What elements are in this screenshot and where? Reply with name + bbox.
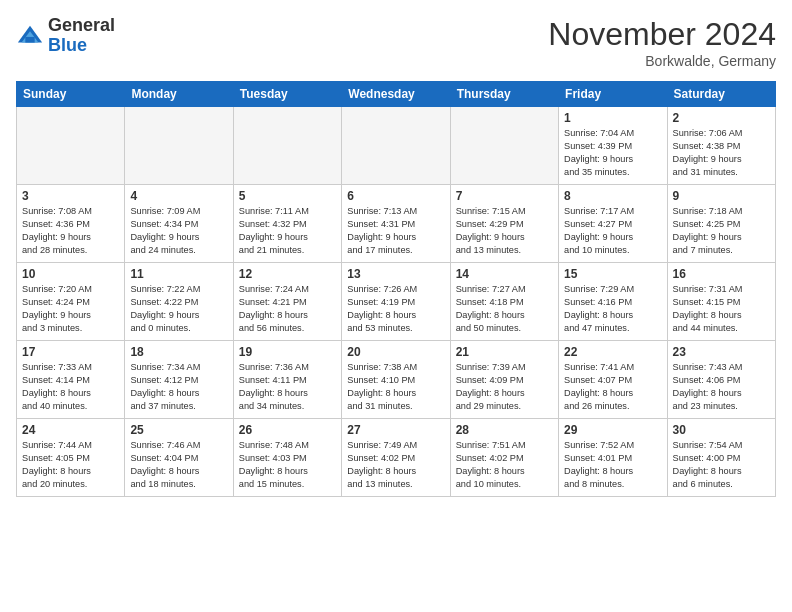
day-info: Sunrise: 7:11 AM Sunset: 4:32 PM Dayligh… [239,205,336,257]
day-number: 1 [564,111,661,125]
logo-general-text: General [48,15,115,35]
day-info: Sunrise: 7:34 AM Sunset: 4:12 PM Dayligh… [130,361,227,413]
day-number: 20 [347,345,444,359]
day-info: Sunrise: 7:39 AM Sunset: 4:09 PM Dayligh… [456,361,553,413]
calendar-week-1: 3Sunrise: 7:08 AM Sunset: 4:36 PM Daylig… [17,185,776,263]
calendar-cell: 10Sunrise: 7:20 AM Sunset: 4:24 PM Dayli… [17,263,125,341]
day-number: 14 [456,267,553,281]
calendar-cell: 16Sunrise: 7:31 AM Sunset: 4:15 PM Dayli… [667,263,775,341]
calendar-cell: 29Sunrise: 7:52 AM Sunset: 4:01 PM Dayli… [559,419,667,497]
day-number: 8 [564,189,661,203]
logo-icon [16,22,44,50]
calendar-cell: 30Sunrise: 7:54 AM Sunset: 4:00 PM Dayli… [667,419,775,497]
day-number: 2 [673,111,770,125]
col-sunday: Sunday [17,82,125,107]
calendar-cell: 8Sunrise: 7:17 AM Sunset: 4:27 PM Daylig… [559,185,667,263]
day-number: 27 [347,423,444,437]
day-info: Sunrise: 7:51 AM Sunset: 4:02 PM Dayligh… [456,439,553,491]
calendar-cell: 1Sunrise: 7:04 AM Sunset: 4:39 PM Daylig… [559,107,667,185]
day-number: 26 [239,423,336,437]
day-number: 30 [673,423,770,437]
day-info: Sunrise: 7:43 AM Sunset: 4:06 PM Dayligh… [673,361,770,413]
calendar-cell: 7Sunrise: 7:15 AM Sunset: 4:29 PM Daylig… [450,185,558,263]
calendar-cell: 23Sunrise: 7:43 AM Sunset: 4:06 PM Dayli… [667,341,775,419]
day-info: Sunrise: 7:04 AM Sunset: 4:39 PM Dayligh… [564,127,661,179]
calendar-week-2: 10Sunrise: 7:20 AM Sunset: 4:24 PM Dayli… [17,263,776,341]
day-info: Sunrise: 7:31 AM Sunset: 4:15 PM Dayligh… [673,283,770,335]
calendar-cell [450,107,558,185]
col-tuesday: Tuesday [233,82,341,107]
calendar-cell: 11Sunrise: 7:22 AM Sunset: 4:22 PM Dayli… [125,263,233,341]
calendar-cell: 13Sunrise: 7:26 AM Sunset: 4:19 PM Dayli… [342,263,450,341]
col-thursday: Thursday [450,82,558,107]
calendar-cell: 14Sunrise: 7:27 AM Sunset: 4:18 PM Dayli… [450,263,558,341]
day-info: Sunrise: 7:15 AM Sunset: 4:29 PM Dayligh… [456,205,553,257]
calendar-cell [342,107,450,185]
day-number: 12 [239,267,336,281]
day-number: 17 [22,345,119,359]
header: General Blue November 2024 Borkwalde, Ge… [16,16,776,69]
day-number: 16 [673,267,770,281]
day-number: 19 [239,345,336,359]
day-number: 4 [130,189,227,203]
header-row: Sunday Monday Tuesday Wednesday Thursday… [17,82,776,107]
day-info: Sunrise: 7:20 AM Sunset: 4:24 PM Dayligh… [22,283,119,335]
day-info: Sunrise: 7:46 AM Sunset: 4:04 PM Dayligh… [130,439,227,491]
calendar-cell: 19Sunrise: 7:36 AM Sunset: 4:11 PM Dayli… [233,341,341,419]
day-number: 28 [456,423,553,437]
day-number: 7 [456,189,553,203]
calendar-week-4: 24Sunrise: 7:44 AM Sunset: 4:05 PM Dayli… [17,419,776,497]
day-number: 22 [564,345,661,359]
day-number: 13 [347,267,444,281]
calendar-cell: 5Sunrise: 7:11 AM Sunset: 4:32 PM Daylig… [233,185,341,263]
logo-blue-text: Blue [48,35,87,55]
calendar-cell: 17Sunrise: 7:33 AM Sunset: 4:14 PM Dayli… [17,341,125,419]
calendar-cell: 18Sunrise: 7:34 AM Sunset: 4:12 PM Dayli… [125,341,233,419]
calendar-cell: 27Sunrise: 7:49 AM Sunset: 4:02 PM Dayli… [342,419,450,497]
calendar-cell: 20Sunrise: 7:38 AM Sunset: 4:10 PM Dayli… [342,341,450,419]
calendar-cell [233,107,341,185]
calendar-cell: 22Sunrise: 7:41 AM Sunset: 4:07 PM Dayli… [559,341,667,419]
day-number: 25 [130,423,227,437]
day-number: 24 [22,423,119,437]
day-number: 15 [564,267,661,281]
day-info: Sunrise: 7:48 AM Sunset: 4:03 PM Dayligh… [239,439,336,491]
calendar-table: Sunday Monday Tuesday Wednesday Thursday… [16,81,776,497]
day-info: Sunrise: 7:29 AM Sunset: 4:16 PM Dayligh… [564,283,661,335]
day-number: 18 [130,345,227,359]
day-info: Sunrise: 7:08 AM Sunset: 4:36 PM Dayligh… [22,205,119,257]
day-info: Sunrise: 7:33 AM Sunset: 4:14 PM Dayligh… [22,361,119,413]
day-info: Sunrise: 7:26 AM Sunset: 4:19 PM Dayligh… [347,283,444,335]
col-saturday: Saturday [667,82,775,107]
day-info: Sunrise: 7:36 AM Sunset: 4:11 PM Dayligh… [239,361,336,413]
day-info: Sunrise: 7:54 AM Sunset: 4:00 PM Dayligh… [673,439,770,491]
day-number: 29 [564,423,661,437]
calendar-week-0: 1Sunrise: 7:04 AM Sunset: 4:39 PM Daylig… [17,107,776,185]
calendar-cell: 15Sunrise: 7:29 AM Sunset: 4:16 PM Dayli… [559,263,667,341]
day-info: Sunrise: 7:27 AM Sunset: 4:18 PM Dayligh… [456,283,553,335]
day-number: 6 [347,189,444,203]
day-number: 9 [673,189,770,203]
calendar-cell: 4Sunrise: 7:09 AM Sunset: 4:34 PM Daylig… [125,185,233,263]
day-info: Sunrise: 7:06 AM Sunset: 4:38 PM Dayligh… [673,127,770,179]
col-wednesday: Wednesday [342,82,450,107]
calendar-cell: 9Sunrise: 7:18 AM Sunset: 4:25 PM Daylig… [667,185,775,263]
location: Borkwalde, Germany [548,53,776,69]
col-monday: Monday [125,82,233,107]
day-number: 23 [673,345,770,359]
page-container: General Blue November 2024 Borkwalde, Ge… [0,0,792,505]
calendar-cell: 21Sunrise: 7:39 AM Sunset: 4:09 PM Dayli… [450,341,558,419]
title-block: November 2024 Borkwalde, Germany [548,16,776,69]
calendar-cell: 3Sunrise: 7:08 AM Sunset: 4:36 PM Daylig… [17,185,125,263]
day-info: Sunrise: 7:09 AM Sunset: 4:34 PM Dayligh… [130,205,227,257]
day-info: Sunrise: 7:22 AM Sunset: 4:22 PM Dayligh… [130,283,227,335]
day-number: 5 [239,189,336,203]
day-info: Sunrise: 7:41 AM Sunset: 4:07 PM Dayligh… [564,361,661,413]
logo-text: General Blue [48,16,115,56]
day-info: Sunrise: 7:49 AM Sunset: 4:02 PM Dayligh… [347,439,444,491]
day-info: Sunrise: 7:18 AM Sunset: 4:25 PM Dayligh… [673,205,770,257]
calendar-cell: 24Sunrise: 7:44 AM Sunset: 4:05 PM Dayli… [17,419,125,497]
calendar-week-3: 17Sunrise: 7:33 AM Sunset: 4:14 PM Dayli… [17,341,776,419]
calendar-cell: 25Sunrise: 7:46 AM Sunset: 4:04 PM Dayli… [125,419,233,497]
calendar-cell: 2Sunrise: 7:06 AM Sunset: 4:38 PM Daylig… [667,107,775,185]
